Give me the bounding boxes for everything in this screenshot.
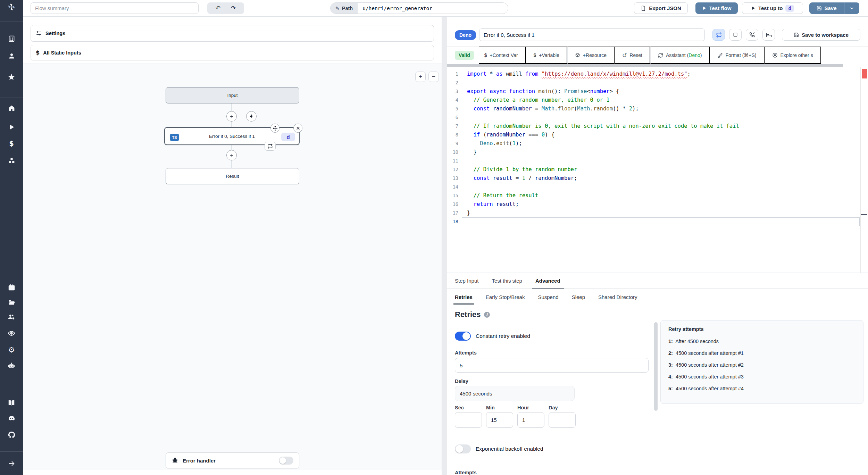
subtab-sleep[interactable]: Sleep [572, 289, 585, 305]
code-line[interactable]: 14 [447, 183, 868, 191]
export-json-button[interactable]: Export JSON [634, 2, 688, 14]
flow-settings-row[interactable]: Settings [31, 25, 434, 42]
code-line[interactable]: 18 [447, 217, 868, 226]
assistant-button[interactable]: Assistant (Deno) [650, 47, 710, 64]
code-line[interactable]: 3export async function main(): Promise<n… [447, 87, 868, 96]
settings-gear-icon[interactable]: ⚙ [7, 346, 16, 354]
docs-book-icon[interactable] [7, 399, 16, 407]
subtab-early-stop[interactable]: Early Stop/Break [486, 289, 525, 305]
workers-robot-icon[interactable] [7, 361, 16, 370]
delete-step-button[interactable] [293, 124, 302, 133]
workspace-icon[interactable] [7, 34, 16, 43]
step-name-input[interactable] [479, 28, 705, 41]
save-dropdown-button[interactable] [844, 2, 859, 14]
node-result[interactable]: Result [166, 168, 299, 184]
subtab-shared-directory[interactable]: Shared Directory [598, 289, 637, 305]
add-variable-button[interactable]: $ +Variable [526, 47, 567, 64]
panel-resize-handle[interactable] [442, 16, 447, 475]
insert-step-button[interactable] [226, 150, 237, 160]
code-line[interactable]: 1import * as wmill from "https://deno.la… [447, 70, 868, 78]
audit-eye-icon[interactable] [7, 329, 16, 338]
delay-input[interactable] [455, 386, 575, 401]
constant-retry-toggle[interactable] [455, 332, 471, 341]
save-to-workspace-button[interactable]: Save to workspace [782, 29, 860, 41]
test-up-to-button[interactable]: Test up to d [742, 2, 803, 14]
code-line[interactable]: 7 // If randomNumber is 0, exit the scri… [447, 122, 868, 131]
zoom-in-button[interactable]: + [415, 72, 426, 82]
sleep-bed-button[interactable] [762, 29, 775, 41]
move-step-button[interactable] [270, 124, 279, 133]
suspend-phone-button[interactable] [746, 29, 758, 41]
add-resource-button[interactable]: +Resource [567, 47, 615, 64]
info-icon[interactable]: i [484, 312, 490, 318]
stop-square-button[interactable] [729, 29, 742, 41]
code-line[interactable]: 10 } [447, 148, 868, 157]
undo-button[interactable]: ↶ [214, 5, 223, 11]
code-line[interactable]: 9 Deno.exit(1); [447, 139, 868, 148]
tab-step-input[interactable]: Step Input [455, 273, 478, 288]
node-input[interactable]: Input [166, 87, 299, 103]
code-line[interactable]: 13 const result = 1 / randomNumber; [447, 174, 868, 183]
valid-badge: Valid [455, 51, 474, 60]
code-line[interactable]: 17} [447, 209, 868, 217]
all-static-inputs-row[interactable]: $ All Static Inputs [31, 45, 434, 60]
code-line[interactable]: 2 [447, 78, 868, 87]
retry-attempts-title: Retry attempts [668, 326, 856, 332]
test-flow-button[interactable]: Test flow [695, 2, 738, 14]
step-id-badge[interactable]: d [281, 133, 295, 141]
code-line[interactable]: 4 // Generate a random number, either 0 … [447, 96, 868, 105]
add-context-var-button[interactable]: $ +Context Var [479, 47, 526, 64]
error-handler-card[interactable]: Error handler [166, 452, 299, 468]
retries-scrollbar[interactable] [654, 322, 658, 411]
variables-dollar-icon[interactable]: $ [7, 139, 16, 148]
day-input[interactable] [549, 412, 576, 428]
flow-summary-input[interactable] [31, 2, 199, 14]
code-line[interactable]: 16 return result; [447, 200, 868, 209]
format-button[interactable]: Format (⌘+S) [710, 47, 764, 64]
retry-indicator-button[interactable] [265, 142, 276, 151]
code-line[interactable]: 5 const randomNumber = Math.floor(Math.r… [447, 105, 868, 113]
trigger-bolt-button[interactable] [246, 111, 257, 122]
github-icon[interactable] [7, 431, 16, 439]
redo-button[interactable]: ↷ [229, 5, 238, 11]
zoom-out-button[interactable]: − [428, 72, 439, 82]
groups-users-gear-icon[interactable] [7, 313, 16, 321]
subtab-suspend[interactable]: Suspend [538, 289, 558, 305]
folders-icon[interactable] [7, 298, 16, 306]
schedules-calendar-icon[interactable] [7, 283, 16, 291]
code-line[interactable]: 8 if (randomNumber === 0) { [447, 131, 868, 139]
discord-icon[interactable] [7, 414, 16, 423]
collapse-arrow-right-icon[interactable] [7, 459, 16, 468]
code-line[interactable]: 12 // Divide 1 by the random number [447, 165, 868, 174]
attempts-input[interactable] [455, 358, 649, 373]
min-input[interactable] [486, 412, 513, 428]
explore-scripts-button[interactable]: Explore other s [765, 47, 821, 64]
retries-toggle-button[interactable] [712, 29, 725, 41]
windmill-logo[interactable] [7, 3, 16, 11]
favorites-star-icon[interactable] [7, 73, 16, 81]
insert-step-button[interactable] [226, 111, 237, 122]
hour-input[interactable] [517, 412, 544, 428]
flow-canvas[interactable]: + − Input TS Error if 0, Success if 1 d [23, 64, 442, 470]
subtab-retries[interactable]: Retries [455, 289, 473, 305]
rail-divider [0, 98, 23, 98]
home-icon[interactable] [7, 104, 16, 112]
retry-attempts-list: 1: After 4500 seconds2: 4500 seconds aft… [668, 335, 856, 394]
tab-test-this-step[interactable]: Test this step [492, 273, 522, 288]
path-pill[interactable]: ✎ Path u/henri/error_generator [330, 2, 508, 14]
error-handler-toggle[interactable] [279, 457, 293, 465]
code-editor[interactable]: 1import * as wmill from "https://deno.la… [447, 67, 868, 273]
runs-play-icon[interactable] [7, 123, 16, 131]
reset-button[interactable]: ↺ Reset [615, 47, 650, 64]
save-button[interactable]: Save [809, 2, 844, 14]
sec-input[interactable] [455, 412, 482, 428]
node-step[interactable]: TS Error if 0, Success if 1 d [164, 127, 300, 145]
toolbar-horizontal-scrollbar[interactable] [447, 64, 868, 67]
tab-advanced[interactable]: Advanced [535, 273, 560, 288]
exponential-backoff-toggle[interactable] [455, 444, 471, 453]
code-line[interactable]: 6 [447, 113, 868, 122]
code-line[interactable]: 11 [447, 157, 868, 165]
user-icon[interactable] [7, 52, 16, 60]
resources-boxes-icon[interactable] [7, 156, 16, 165]
code-line[interactable]: 15 // Return the result [447, 191, 868, 200]
